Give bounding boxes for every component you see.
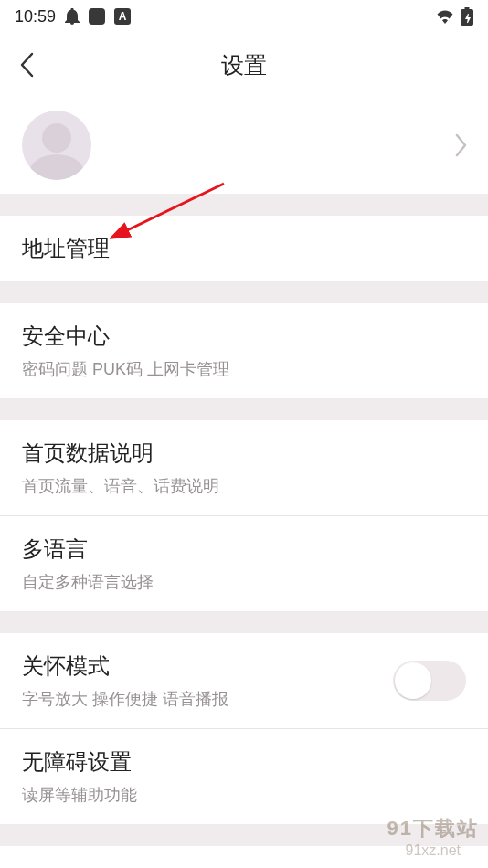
- item-security[interactable]: 安全中心 密码问题 PUK码 上网卡管理: [0, 303, 488, 398]
- item-cache-title: 清除缓存: [22, 864, 110, 868]
- item-language-sub: 自定多种语言选择: [22, 571, 466, 593]
- item-language-title: 多语言: [22, 535, 466, 564]
- item-homedata-title: 首页数据说明: [22, 439, 466, 468]
- item-security-sub: 密码问题 PUK码 上网卡管理: [22, 358, 466, 380]
- status-bar: 10:59 A: [0, 0, 488, 33]
- item-language[interactable]: 多语言 自定多种语言选择: [0, 516, 488, 611]
- watermark: 91下载站 91xz.net: [387, 815, 479, 859]
- chevron-left-icon: [18, 51, 35, 79]
- avatar: [22, 111, 91, 180]
- page-header: 设置: [0, 33, 488, 97]
- battery-icon: [461, 7, 473, 26]
- status-app-icon: [89, 8, 105, 25]
- status-time: 10:59: [15, 7, 56, 26]
- profile-row[interactable]: [0, 97, 488, 194]
- toggle-knob: [395, 662, 431, 699]
- item-homedata-sub: 首页流量、语音、话费说明: [22, 475, 466, 497]
- item-accessibility-title: 无障碍设置: [22, 747, 466, 777]
- back-button[interactable]: [18, 51, 35, 79]
- item-security-title: 安全中心: [22, 322, 466, 351]
- item-accessibility-sub: 读屏等辅助功能: [22, 784, 466, 806]
- item-care-title: 关怀模式: [22, 651, 228, 681]
- section-gap: [0, 194, 488, 216]
- section-gap: [0, 398, 488, 420]
- watermark-top: 91下载站: [387, 815, 479, 842]
- status-letter-icon: A: [114, 8, 131, 25]
- item-accessibility[interactable]: 无障碍设置 读屏等辅助功能: [0, 729, 488, 824]
- notification-bell-icon: [65, 8, 80, 25]
- item-care[interactable]: 关怀模式 字号放大 操作便捷 语音播报: [0, 633, 488, 728]
- section-gap: [0, 281, 488, 303]
- item-address[interactable]: 地址管理: [0, 216, 488, 281]
- chevron-right-icon: [455, 133, 468, 157]
- wifi-icon: [435, 9, 455, 24]
- watermark-bottom: 91xz.net: [387, 842, 479, 859]
- item-address-title: 地址管理: [22, 234, 466, 263]
- page-title: 设置: [0, 50, 488, 80]
- care-mode-toggle[interactable]: [393, 661, 466, 701]
- item-care-sub: 字号放大 操作便捷 语音播报: [22, 688, 228, 710]
- item-homedata[interactable]: 首页数据说明 首页流量、语音、话费说明: [0, 420, 488, 515]
- section-gap: [0, 611, 488, 633]
